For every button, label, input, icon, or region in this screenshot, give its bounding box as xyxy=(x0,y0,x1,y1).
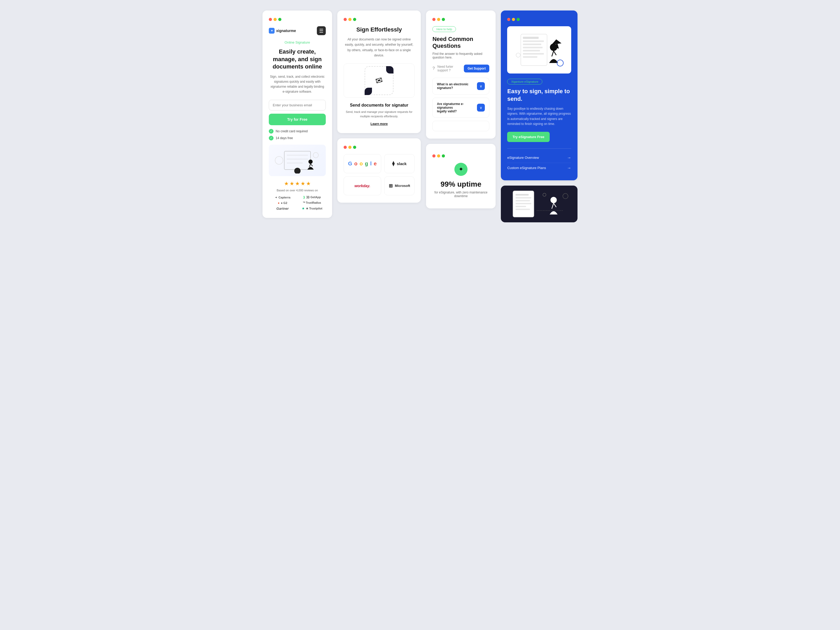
logo-g2: ● G2 xyxy=(269,201,296,204)
sign-title: Sign Effortlessly xyxy=(344,26,414,33)
tl-yellow-4 xyxy=(437,18,440,21)
faq-item-partial xyxy=(432,121,489,131)
faq-item-2[interactable]: Are xignaturme e-signatureslegally valid… xyxy=(432,98,489,118)
svg-rect-16 xyxy=(523,53,544,55)
svg-rect-14 xyxy=(523,47,543,48)
get-support-button[interactable]: Get Support xyxy=(464,65,489,73)
faq-card: Here to help Need Common Questions Find … xyxy=(426,11,496,139)
hero-svg xyxy=(271,147,324,174)
learn-more-link[interactable]: Learn more xyxy=(344,122,414,126)
tl-red-6 xyxy=(507,18,510,21)
tl-red-5 xyxy=(432,154,436,158)
hero-title: Easily create, manage, and sign document… xyxy=(269,48,326,71)
esig-overview-arrow: → xyxy=(567,155,571,160)
integration-google: G o o g l e xyxy=(344,154,381,173)
send-docs-desc: Send, track and manage your signature re… xyxy=(344,110,414,119)
here-badge: Here to help xyxy=(432,26,456,32)
star-1: ★ xyxy=(284,180,289,186)
custom-plans-link[interactable]: Custom eSignature Plans → xyxy=(507,163,571,173)
page-wrapper: ✦ xignaturme Online Signature Easily cre… xyxy=(262,11,578,222)
menu-line-2 xyxy=(319,30,323,31)
svg-point-23 xyxy=(516,53,520,57)
blue-illustration xyxy=(507,26,571,74)
uptime-icon: ✦ xyxy=(455,163,467,176)
svg-point-7 xyxy=(308,159,313,164)
sign-card: Sign Effortlessly All your documents can… xyxy=(337,11,421,133)
column-4: Xiganture eSignature Easy to sign, simpl… xyxy=(501,11,578,222)
email-input[interactable] xyxy=(269,100,326,111)
try-for-free-button[interactable]: Try for Free xyxy=(269,114,326,125)
support-text: Need furter support ? xyxy=(437,65,461,72)
star-5: ★ xyxy=(306,180,311,186)
paper-plane-box: ✉ xyxy=(365,66,393,95)
svg-line-33 xyxy=(554,203,556,207)
column-1: ✦ xignaturme Online Signature Easily cre… xyxy=(262,11,332,218)
svg-rect-25 xyxy=(516,194,529,196)
menu-line-1 xyxy=(319,29,323,29)
logo-getapp: ⟫⟫ GetApp xyxy=(298,196,326,199)
star-4: ★ xyxy=(300,180,305,186)
blue-title: Easy to sign, simple to send. xyxy=(507,88,571,103)
brand-logo: ✦ xignaturme xyxy=(269,28,296,33)
tl-yellow-2 xyxy=(348,18,352,21)
tl-yellow xyxy=(273,18,277,21)
menu-button[interactable] xyxy=(317,26,326,35)
tl-green-3 xyxy=(353,146,356,149)
logo-icon: ✦ xyxy=(269,28,275,33)
faq-q-1: What is an electronicsignature? xyxy=(437,82,477,90)
slack-icon: ⧫ xyxy=(392,161,395,166)
tl-green xyxy=(278,18,281,21)
svg-rect-28 xyxy=(516,203,531,204)
svg-line-32 xyxy=(552,203,554,209)
integration-workday: workday. xyxy=(344,177,381,195)
svg-rect-27 xyxy=(516,200,530,201)
bottom-illustration-card xyxy=(501,186,578,222)
traffic-lights-1 xyxy=(269,18,326,21)
svg-point-31 xyxy=(551,197,557,203)
svg-point-35 xyxy=(563,193,568,199)
faq-item-1[interactable]: What is an electronicsignature? ∨ xyxy=(432,78,489,95)
svg-rect-30 xyxy=(516,209,530,210)
check-free-days: ✓ 14 days free xyxy=(269,136,326,141)
custom-plans-arrow: → xyxy=(567,166,571,171)
support-row: ? Need furter support ? Get Support xyxy=(432,65,489,73)
traffic-lights-2 xyxy=(344,18,414,21)
traffic-lights-5 xyxy=(432,154,445,158)
sign-desc: All your documents can now be signed onl… xyxy=(344,37,414,58)
svg-point-36 xyxy=(543,193,546,196)
tl-red-4 xyxy=(432,18,436,21)
svg-rect-26 xyxy=(516,197,531,199)
logo-trustpilot: ★ Trustpilot xyxy=(298,207,326,210)
blue-desc: Say goodbye to endlessly chasing down si… xyxy=(507,106,571,126)
faq-chevron-1[interactable]: ∨ xyxy=(477,82,485,90)
tl-yellow-6 xyxy=(512,18,515,21)
support-icon: ? xyxy=(432,66,435,71)
tl-green-5 xyxy=(442,154,445,158)
google-icon: G xyxy=(348,161,352,167)
star-3: ★ xyxy=(295,180,300,186)
svg-point-6 xyxy=(294,168,300,174)
traffic-lights-4 xyxy=(432,18,489,21)
integration-slack: ⧫ slack xyxy=(384,154,415,173)
slack-label: slack xyxy=(396,161,407,166)
logos-grid: Capterra ⟫⟫ GetApp ● G2 ᵀᴿ TrustRadius G… xyxy=(269,196,326,210)
logo-trustradius: ᵀᴿ TrustRadius xyxy=(298,201,326,204)
try-esig-button[interactable]: Try eSignature Free xyxy=(507,132,549,142)
faq-title: Need Common Questions xyxy=(432,36,489,49)
esig-overview-link[interactable]: eSignature Overview → xyxy=(507,153,571,163)
tl-yellow-5 xyxy=(437,154,440,158)
stars-row: ★ ★ ★ ★ ★ xyxy=(269,180,326,186)
blue-card: Xiganture eSignature Easy to sign, simpl… xyxy=(501,11,578,180)
column-3: Here to help Need Common Questions Find … xyxy=(426,11,496,208)
star-2: ★ xyxy=(289,180,294,186)
uptime-card: ✦ 99% uptime for eSignature, with zero m… xyxy=(426,144,496,208)
svg-rect-29 xyxy=(516,206,526,207)
svg-rect-13 xyxy=(523,44,541,45)
column-2: Sign Effortlessly All your documents can… xyxy=(337,11,421,203)
traffic-lights-6 xyxy=(507,18,571,21)
esig-overview-text: eSignature Overview xyxy=(507,156,539,159)
faq-chevron-2[interactable]: ∨ xyxy=(477,104,485,112)
integrations-card: G o o g l e ⧫ slack workday. ⊞ Microsoft xyxy=(337,138,421,203)
svg-rect-15 xyxy=(523,50,540,51)
svg-rect-11 xyxy=(523,37,538,39)
